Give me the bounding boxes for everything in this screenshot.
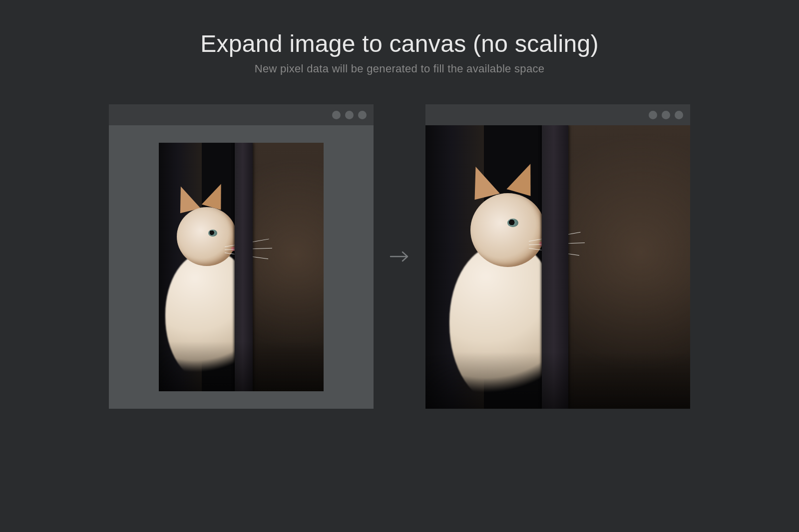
titlebar-after: [425, 104, 690, 125]
window-control-dot-icon: [649, 111, 657, 119]
page: Expand image to canvas (no scaling) New …: [0, 0, 799, 532]
window-control-dot-icon: [358, 111, 367, 119]
expanded-image: [425, 125, 690, 409]
canvas-before: [109, 125, 374, 409]
comparison-row: →: [109, 104, 690, 409]
titlebar-before: [109, 104, 374, 125]
window-before: [109, 104, 374, 409]
window-control-dot-icon: [675, 111, 683, 119]
page-title: Expand image to canvas (no scaling): [200, 30, 599, 57]
source-image: [159, 143, 324, 391]
window-control-dot-icon: [662, 111, 670, 119]
arrow-right-icon: →: [390, 250, 409, 263]
window-after: [425, 104, 690, 409]
window-control-dot-icon: [345, 111, 354, 119]
window-control-dot-icon: [332, 111, 341, 119]
canvas-after: [425, 125, 690, 409]
page-subtitle: New pixel data will be generated to fill…: [255, 62, 545, 75]
